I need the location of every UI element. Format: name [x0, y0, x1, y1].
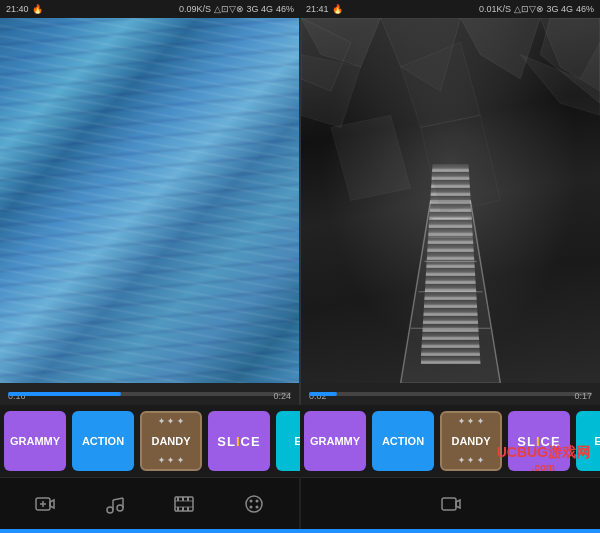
svg-marker-20	[50, 500, 54, 508]
filter-dandy-right[interactable]: ✦ ✦ ✦ Dandy ✦ ✦ ✦	[440, 411, 502, 471]
right-filter-strip: Grammy ACTION ✦ ✦ ✦ Dandy ✦ ✦ ✦ SLiCE EP…	[300, 405, 600, 477]
svg-rect-33	[187, 497, 189, 501]
svg-rect-32	[182, 497, 184, 501]
right-time: 21:41	[306, 4, 329, 14]
filter-epic-right[interactable]: EPIC	[576, 411, 600, 471]
dual-panels: 0:16 0:24	[0, 18, 600, 405]
svg-rect-36	[187, 507, 189, 511]
left-toolbar	[0, 477, 299, 529]
share-icon[interactable]	[440, 493, 462, 515]
svg-rect-34	[177, 507, 179, 511]
right-video-panel[interactable]	[301, 18, 600, 383]
svg-marker-43	[456, 500, 460, 508]
right-timeline-track[interactable]	[309, 392, 592, 396]
svg-marker-7	[331, 115, 411, 200]
right-status-bar: 21:41 🔥 0.01K/S △⊡▽⊗ 3G 4G 46%	[300, 0, 600, 18]
filter-dandy-left[interactable]: ✦ ✦ ✦ Dandy ✦ ✦ ✦	[140, 411, 202, 471]
svg-point-39	[256, 499, 259, 502]
video-add-icon[interactable]	[34, 493, 56, 515]
svg-point-37	[246, 496, 262, 512]
right-toolbar: UCBUG游戏网 .com	[301, 477, 600, 529]
bw-texture	[301, 18, 600, 383]
svg-point-38	[250, 499, 253, 502]
filter-grammy-right[interactable]: Grammy	[304, 411, 366, 471]
svg-line-27	[113, 498, 123, 500]
left-video-panel[interactable]	[0, 18, 299, 383]
svg-marker-8	[421, 115, 501, 212]
svg-point-41	[256, 505, 259, 508]
svg-marker-2	[460, 18, 540, 79]
right-speed: 0.01K/S	[479, 4, 511, 14]
shard-overlay	[301, 18, 600, 383]
svg-point-23	[107, 507, 113, 513]
right-timeline: 0:02 0:17	[301, 383, 600, 405]
blue-bottom-bar	[0, 529, 600, 533]
left-timeline-track[interactable]	[8, 392, 291, 396]
filter-slice-right[interactable]: SLiCE	[508, 411, 570, 471]
app-container: 21:40 🔥 0.09K/S △⊡▽⊗ 3G 4G 46% 21:41 🔥 0…	[0, 0, 600, 533]
left-panel-section: 0:16 0:24	[0, 18, 299, 405]
left-battery: 46%	[276, 4, 294, 14]
water-texture	[0, 18, 299, 383]
filter-epic-left[interactable]: EPIC	[276, 411, 300, 471]
left-speed: 0.09K/S	[179, 4, 211, 14]
left-timeline: 0:16 0:24	[0, 383, 299, 405]
svg-point-40	[250, 505, 253, 508]
right-panel-section: 0:02 0:17	[301, 18, 600, 405]
left-time-end: 0:24	[273, 391, 291, 401]
dual-filter-strips: Grammy ACTION ✦ ✦ ✦ Dandy ✦ ✦ ✦ SLiCE EP…	[0, 405, 600, 477]
left-fire-icon: 🔥	[32, 4, 43, 14]
svg-rect-35	[182, 507, 184, 511]
right-fire-icon: 🔥	[332, 4, 343, 14]
svg-rect-31	[177, 497, 179, 501]
filter-grammy-left[interactable]: Grammy	[4, 411, 66, 471]
right-time-end: 0:17	[574, 391, 592, 401]
film-icon[interactable]	[173, 493, 195, 515]
right-timeline-progress	[309, 392, 337, 396]
left-time: 21:40	[6, 4, 29, 14]
filter-action-right[interactable]: ACTION	[372, 411, 434, 471]
dual-toolbar: UCBUG游戏网 .com	[0, 477, 600, 529]
svg-rect-42	[442, 498, 456, 510]
svg-point-24	[117, 505, 123, 511]
left-status-bar: 21:40 🔥 0.09K/S △⊡▽⊗ 3G 4G 46%	[0, 0, 300, 18]
left-timeline-progress	[8, 392, 121, 396]
filter-action-left[interactable]: ACTION	[72, 411, 134, 471]
palette-icon[interactable]	[243, 493, 265, 515]
filter-slice-left[interactable]: SLiCE	[208, 411, 270, 471]
left-filter-strip: Grammy ACTION ✦ ✦ ✦ Dandy ✦ ✦ ✦ SLiCE EP…	[0, 405, 300, 477]
dual-status-bar: 21:40 🔥 0.09K/S △⊡▽⊗ 3G 4G 46% 21:41 🔥 0…	[0, 0, 600, 18]
right-battery: 46%	[576, 4, 594, 14]
music-icon[interactable]	[104, 493, 126, 515]
